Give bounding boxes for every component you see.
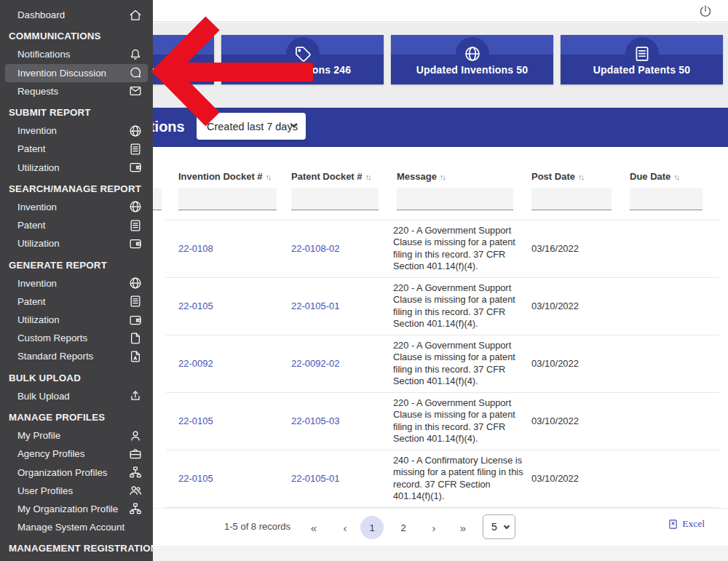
sidebar-item-invention[interactable]: Invention	[0, 122, 153, 140]
post-date-cell: 03/10/2022	[531, 358, 579, 369]
sidebar-item-utilization[interactable]: Utilization	[0, 311, 153, 329]
column-header-invention-docket[interactable]: Invention Docket #↑↓	[178, 171, 271, 182]
sidebar-section-generate-report: GENERATE REPORT	[0, 255, 153, 274]
patent-docket-link[interactable]: 22-0105-01	[291, 473, 340, 484]
message-cell: 220 - A Government Support Clause is mis…	[393, 282, 524, 330]
sidebar-item-label: Invention	[17, 278, 128, 289]
sidebar-item-patent[interactable]: Patent	[0, 293, 153, 311]
post-date-cell: 03/16/2022	[531, 243, 579, 254]
first-page-button[interactable]: «	[302, 516, 325, 539]
sidebar-item-label: Utilization	[17, 238, 128, 249]
sitemap-icon	[128, 501, 143, 516]
sidebar-item-utilization[interactable]: Utilization	[0, 159, 153, 177]
sidebar-item-agency-profiles[interactable]: Agency Profiles	[0, 445, 153, 463]
date-filter-dropdown[interactable]: Created last 7 days	[197, 113, 306, 140]
sidebar-section-communications: COMMUNICATIONS	[0, 27, 153, 45]
patent-docket-link[interactable]: 22-0108-02	[291, 243, 340, 254]
sidebar-item-organization-profiles[interactable]: Organization Profiles	[0, 463, 153, 482]
globe-icon	[128, 276, 143, 290]
sidebar-item-label: Requests	[17, 86, 128, 97]
patent-docket-link[interactable]: 22-0092-02	[291, 358, 340, 369]
records-summary: 1-5 of 8 records	[224, 521, 290, 532]
page-button-1[interactable]: 1	[360, 516, 384, 539]
card-updated-patents-50[interactable]: Updated Patents 50	[561, 35, 723, 84]
sidebar-item-patent[interactable]: Patent	[0, 216, 153, 234]
wallet-icon	[128, 236, 143, 251]
sidebar-item-standard-reports[interactable]: Standard Reports	[0, 347, 153, 365]
invention-docket-link[interactable]: 22-0105	[178, 301, 213, 311]
column-header-post-date[interactable]: Post Date↑↓	[531, 171, 583, 182]
post-date-cell: 03/10/2022	[531, 415, 579, 426]
sidebar-item-label: Invention Discussion	[17, 68, 128, 79]
sidebar-menu: DashboardCOMMUNICATIONSNotificationsInve…	[0, 0, 153, 561]
filter-input-post-date[interactable]	[531, 188, 612, 210]
sidebar-section-submit-report: SUBMIT REPORT	[0, 103, 153, 122]
chat-icon	[128, 65, 143, 80]
invention-docket-link[interactable]: 22-0105	[178, 415, 213, 426]
wallet-icon	[128, 313, 143, 327]
sidebar-item-notifications[interactable]: Notifications	[0, 45, 153, 63]
message-cell: 220 - A Government Support Clause is mis…	[393, 340, 524, 388]
sort-icon[interactable]: ↑↓	[440, 172, 445, 181]
sidebar-item-label: Invention	[17, 125, 128, 136]
filter-input-message[interactable]	[397, 188, 513, 210]
sidebar-item-requests[interactable]: Requests	[0, 82, 153, 100]
document-icon	[128, 218, 143, 233]
sidebar-item-custom-reports[interactable]: Custom Reports	[0, 329, 153, 347]
sidebar-item-dashboard[interactable]: Dashboard	[0, 6, 153, 24]
next-page-button[interactable]: ›	[422, 516, 446, 539]
sidebar-item-my-profile[interactable]: My Profile	[0, 426, 153, 445]
sidebar-item-utilization[interactable]: Utilization	[0, 234, 153, 252]
column-header-patent-docket[interactable]: Patent Docket #↑↓	[291, 171, 371, 182]
filter-input-patent-docket[interactable]	[291, 188, 379, 210]
sidebar-item-label: Utilization	[17, 162, 128, 173]
page-button-2[interactable]: 2	[392, 516, 415, 539]
sitemap-icon	[128, 465, 143, 480]
power-icon[interactable]	[697, 3, 715, 20]
sidebar-item-manage-system-account[interactable]: Manage System Account	[0, 518, 153, 536]
sidebar-item-label: My Organization Profile	[17, 504, 128, 514]
sidebar-section-management-registration: MANAGEMENT REGISTRATION	[0, 539, 153, 557]
prev-page-button[interactable]: ‹	[333, 516, 357, 539]
invention-docket-link[interactable]: 22-0108	[178, 243, 213, 254]
column-header-due-date[interactable]: Due Date↑↓	[630, 171, 678, 182]
patent-docket-link[interactable]: 22-0105-01	[291, 301, 340, 311]
sidebar-item-label: Custom Reports	[17, 333, 128, 343]
filter-input-invention-docket[interactable]	[178, 188, 277, 210]
sort-icon[interactable]: ↑↓	[266, 172, 271, 181]
card-new-inventions-246[interactable]: New Inventions 246	[221, 35, 384, 84]
invention-docket-link[interactable]: 22-0105	[178, 473, 213, 484]
sidebar-item-my-organization-profile[interactable]: My Organization Profile	[0, 500, 153, 518]
sidebar-item-invention[interactable]: Invention	[0, 198, 153, 216]
sidebar-section-bulk-upload: BULK UPLOAD	[0, 369, 153, 387]
column-header-message[interactable]: Message↑↓	[397, 171, 445, 182]
sort-icon[interactable]: ↑↓	[365, 172, 371, 181]
sidebar-item-invention-discussion[interactable]: Invention Discussion	[5, 64, 148, 82]
sort-icon[interactable]: ↑↓	[673, 172, 678, 181]
sidebar-item-label: Bulk Upload	[17, 391, 128, 402]
envelope-icon	[128, 84, 143, 98]
filter-input-due-date[interactable]	[630, 188, 703, 210]
invention-docket-link[interactable]: 22-0092	[178, 358, 213, 369]
card-updated-inventions-50[interactable]: Updated Inventions 50	[391, 35, 553, 84]
last-page-button[interactable]: »	[451, 516, 475, 539]
export-excel-link[interactable]: Excel	[668, 518, 705, 530]
sidebar-item-label: Agency Profiles	[17, 448, 128, 459]
document-icon	[128, 294, 143, 309]
page-size-select[interactable]: 5	[483, 514, 515, 539]
card-label: Updated Inventions 50	[391, 64, 553, 76]
upload-icon	[128, 389, 143, 403]
sidebar-item-label: User Profiles	[17, 485, 128, 496]
message-cell: 220 - A Government Support Clause is mis…	[393, 225, 524, 273]
person-icon	[128, 429, 143, 443]
file-icon	[128, 331, 143, 346]
sidebar-item-patent[interactable]: Patent	[0, 140, 153, 158]
globe-icon	[128, 199, 143, 214]
document-icon	[128, 142, 143, 156]
sidebar-item-invention[interactable]: Invention	[0, 274, 153, 293]
sidebar-item-label: Patent	[17, 143, 128, 154]
sort-icon[interactable]: ↑↓	[578, 172, 583, 181]
sidebar-item-user-profiles[interactable]: User Profiles	[0, 482, 153, 500]
patent-docket-link[interactable]: 22-0105-03	[291, 415, 340, 426]
sidebar-item-bulk-upload[interactable]: Bulk Upload	[0, 387, 153, 405]
